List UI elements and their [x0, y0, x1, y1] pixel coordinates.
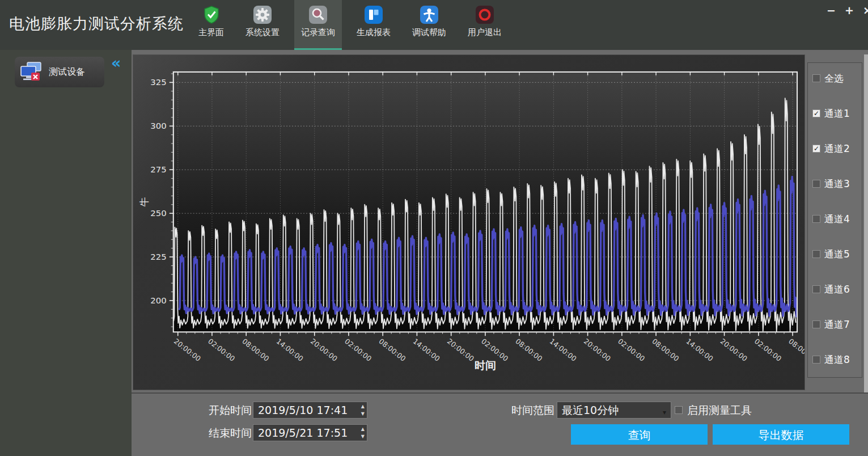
chart-panel: 20022525027530032520:00:0002:00:0008:00:…	[133, 54, 805, 390]
channel-label: 通道6	[824, 283, 850, 296]
time-range-dropdown[interactable]: 最近10分钟 ▾	[557, 402, 671, 419]
checkbox-icon[interactable]	[675, 406, 683, 414]
measure-tool-label: 启用测量工具	[687, 402, 752, 419]
collapse-sidebar-icon[interactable]: «	[111, 54, 121, 71]
checkbox-icon[interactable]	[812, 320, 820, 328]
checkbox-icon[interactable]	[812, 180, 820, 188]
y-tick-label: 325	[150, 77, 167, 87]
start-time-input[interactable]: 2019/5/10 17:41 ▲▼	[253, 402, 367, 419]
toolbar-item-label: 系统设置	[245, 27, 280, 38]
gear-icon	[253, 5, 272, 24]
time-range-label: 时间范围	[511, 402, 554, 419]
x-tick-label: 08:00:00	[240, 337, 270, 363]
toolbar-item-records[interactable]: 记录查询	[294, 0, 342, 50]
checkbox-icon[interactable]: ✓	[812, 109, 820, 117]
channel-label: 通道2	[824, 142, 850, 155]
channel-row[interactable]: 全选	[812, 71, 862, 86]
toolbar-item-label: 生成报表	[357, 27, 391, 38]
end-time-label: 结束时间	[209, 424, 252, 441]
x-tick-label: 08:00:00	[787, 337, 805, 363]
start-time-value: 2019/5/10 17:41	[258, 404, 348, 416]
end-time-value: 2019/5/21 17:51	[258, 427, 348, 439]
x-tick-label: 14:00:00	[412, 337, 442, 363]
checkbox-icon[interactable]	[812, 285, 820, 293]
export-data-button[interactable]: 导出数据	[713, 424, 849, 445]
y-tick-label: 200	[150, 295, 167, 306]
query-controls-panel: 开始时间 2019/5/10 17:41 ▲▼ 结束时间 2019/5/21 1…	[132, 392, 868, 456]
y-axis-label: 牛	[138, 197, 150, 207]
query-button[interactable]: 查询	[571, 424, 708, 445]
toolbar-item-label: 调试帮助	[412, 27, 446, 38]
measure-tool-toggle[interactable]: 启用测量工具	[675, 403, 752, 417]
channel-row[interactable]: ✓通道1	[812, 106, 862, 121]
channel-row[interactable]: 通道8	[812, 352, 862, 367]
x-axis-label: 时间	[475, 359, 496, 371]
channel-label: 通道8	[824, 353, 850, 366]
channel-row[interactable]: 通道6	[812, 282, 862, 297]
person-icon	[420, 5, 439, 24]
window-controls: − + ×	[825, 3, 868, 17]
sidebar-item-test-device[interactable]: 测试设备	[15, 57, 104, 87]
magnifier-icon	[308, 5, 328, 24]
toolbar-item-help[interactable]: 调试帮助	[405, 0, 453, 50]
x-tick-label: 02:00:00	[206, 337, 236, 363]
x-tick-label: 02:00:00	[753, 337, 783, 363]
x-tick-label: 02:00:00	[616, 337, 646, 363]
time-range-value: 最近10分钟	[562, 404, 619, 416]
toolbar-item-main[interactable]: 主界面	[192, 0, 231, 50]
spinner-up-down-icon[interactable]: ▲▼	[361, 425, 365, 440]
y-tick-label: 225	[150, 252, 167, 262]
toolbar-item-label: 主界面	[198, 27, 224, 38]
channel-panel: 全选✓通道1✓通道2通道3通道4通道5通道6通道7通道8	[807, 62, 862, 378]
y-tick-label: 250	[150, 208, 167, 218]
toolbar-item-report[interactable]: 生成报表	[350, 0, 397, 50]
x-tick-label: 08:00:00	[650, 337, 680, 363]
x-tick-label: 20:00:00	[446, 337, 476, 363]
x-tick-label: 20:00:00	[309, 337, 339, 363]
checkbox-icon[interactable]: ✓	[812, 145, 820, 153]
channel-label: 通道7	[824, 318, 850, 331]
x-tick-label: 02:00:00	[343, 337, 373, 363]
channel-label: 通道4	[824, 213, 850, 226]
force-time-chart[interactable]: 20022525027530032520:00:0002:00:0008:00:…	[133, 55, 805, 390]
x-tick-label: 14:00:00	[275, 337, 305, 363]
spinner-up-down-icon[interactable]: ▲▼	[361, 403, 365, 417]
toolbar-item-label: 用户退出	[468, 27, 502, 38]
toolbar-item-label: 记录查询	[301, 27, 335, 38]
channel-row[interactable]: 通道4	[812, 212, 862, 226]
x-tick-label: 20:00:00	[172, 337, 202, 363]
channel-row[interactable]: 通道7	[812, 317, 862, 332]
channel-row[interactable]: 通道5	[812, 247, 862, 261]
device-offline-icon	[19, 61, 43, 83]
channel-row[interactable]: 通道3	[812, 176, 862, 191]
toolbar-item-settings[interactable]: 系统设置	[239, 0, 286, 50]
channel-label: 通道5	[824, 248, 850, 261]
close-button[interactable]: ×	[861, 3, 868, 17]
title-bar: 电池膨胀力测试分析系统 主界面 系统设置	[0, 0, 868, 50]
checkbox-icon[interactable]	[812, 250, 820, 258]
x-tick-label: 08:00:00	[514, 337, 544, 363]
maximize-button[interactable]: +	[843, 3, 856, 17]
start-time-label: 开始时间	[209, 402, 252, 419]
shield-icon	[202, 5, 221, 24]
report-icon	[364, 5, 383, 24]
checkbox-icon[interactable]	[812, 356, 820, 364]
y-tick-label: 275	[150, 164, 167, 175]
toolbar-item-exit[interactable]: 用户退出	[461, 0, 509, 50]
exit-icon	[475, 5, 494, 24]
checkbox-icon[interactable]	[812, 215, 820, 223]
channel-label: 通道1	[824, 107, 850, 120]
channel-row[interactable]: ✓通道2	[812, 141, 862, 156]
end-time-input[interactable]: 2019/5/21 17:51 ▲▼	[253, 424, 367, 441]
y-tick-label: 300	[150, 121, 167, 131]
channel-label: 全选	[824, 72, 844, 85]
chevron-down-icon: ▾	[663, 404, 666, 420]
x-tick-label: 20:00:00	[719, 337, 749, 363]
minimize-button[interactable]: −	[825, 3, 837, 17]
main-toolbar: 主界面 系统设置 记录查询	[192, 0, 509, 50]
app-title: 电池膨胀力测试分析系统	[9, 14, 184, 34]
checkbox-icon[interactable]	[812, 74, 820, 82]
x-tick-label: 14:00:00	[548, 337, 578, 363]
x-tick-label: 14:00:00	[685, 337, 715, 363]
x-tick-label: 20:00:00	[582, 337, 612, 363]
